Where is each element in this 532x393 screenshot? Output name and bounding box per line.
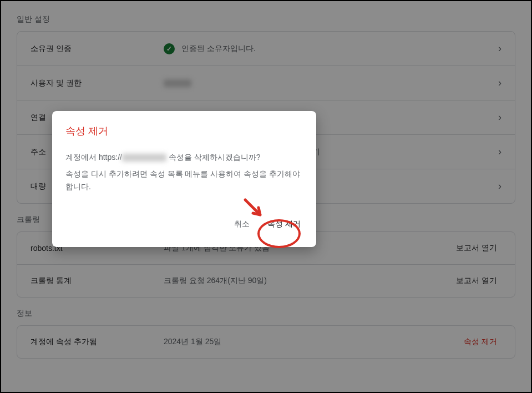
dialog-body: 계정에서 https:// 속성을 삭제하시겠습니까? 속성을 다시 추가하려면… <box>65 151 303 193</box>
confirm-remove-button[interactable]: 속성 제거 <box>265 215 303 234</box>
dialog-line2: 속성을 다시 추가하려면 속성 목록 메뉴를 사용하여 속성을 추가해야 합니다… <box>65 168 303 193</box>
cancel-button[interactable]: 취소 <box>232 215 252 234</box>
dialog-line1: 계정에서 https:// 속성을 삭제하시겠습니까? <box>65 151 303 163</box>
line1-suffix: 속성을 삭제하시겠습니까? <box>166 153 261 162</box>
dialog-title: 속성 제거 <box>65 124 303 138</box>
remove-property-dialog: 속성 제거 계정에서 https:// 속성을 삭제하시겠습니까? 속성을 다시… <box>52 111 316 247</box>
modal-overlay[interactable]: 속성 제거 계정에서 https:// 속성을 삭제하시겠습니까? 속성을 다시… <box>1 1 531 392</box>
redacted-url <box>122 154 166 162</box>
line1-prefix: 계정에서 https:// <box>65 153 122 162</box>
dialog-actions: 취소 속성 제거 <box>65 215 303 234</box>
